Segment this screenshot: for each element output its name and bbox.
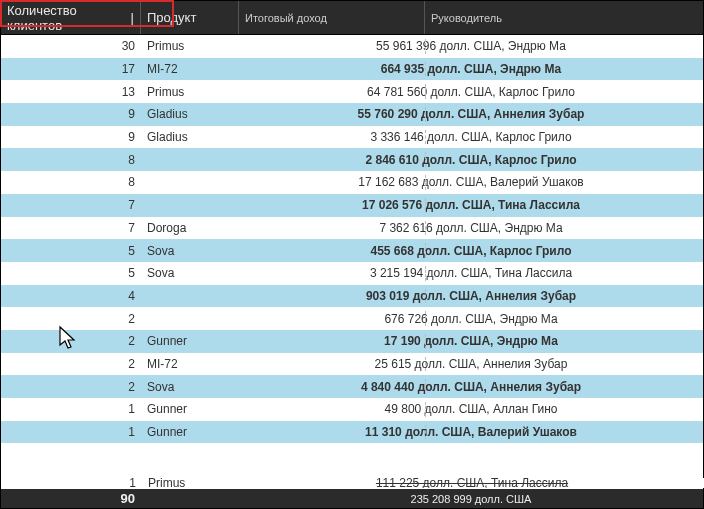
- cell-product: [141, 148, 239, 171]
- cell-product: MI-72: [141, 58, 239, 81]
- cell-product: MI-72: [141, 353, 239, 376]
- table-row[interactable]: 2MI-7225 615 долл. США, Аннелия Зубар: [1, 353, 703, 376]
- header-product-label: Продукт: [147, 10, 196, 25]
- header-clients[interactable]: Количество клиентов |: [1, 1, 141, 34]
- cell-product: Primus: [141, 35, 239, 58]
- cell-clients: 17: [1, 58, 141, 81]
- cell-combined: 17 162 683 долл. США, Валерий Ушаков: [239, 171, 703, 194]
- table-header: Количество клиентов | Продукт Итоговый д…: [1, 1, 703, 35]
- cell-combined: 664 935 долл. США, Эндрю Ма: [239, 58, 703, 81]
- cell-product: [141, 194, 239, 217]
- cell-product: Primus: [142, 478, 240, 488]
- cell-product: Primus: [141, 80, 239, 103]
- cell-product: Gunner: [141, 398, 239, 421]
- footer-total-income: 235 208 999 долл. США: [239, 489, 703, 508]
- cell-clients: 8: [1, 148, 141, 171]
- cell-combined: 17 190 долл. США, Эндрю Ма: [239, 330, 703, 353]
- cell-clients: 30: [1, 35, 141, 58]
- cell-clients: 9: [1, 126, 141, 149]
- table-row[interactable]: 7Doroga7 362 616 долл. США, Эндрю Ма: [1, 217, 703, 240]
- sort-indicator: |: [131, 10, 134, 25]
- table-row[interactable]: 9Gladius3 336 146 долл. США, Карлос Грил…: [1, 126, 703, 149]
- cell-clients: 1: [2, 478, 142, 488]
- table-row[interactable]: 2676 726 долл. США, Эндрю Ма: [1, 307, 703, 330]
- cell-product: Gladius: [141, 103, 239, 126]
- cell-product: Gladius: [141, 126, 239, 149]
- table-row[interactable]: 1Gunner49 800 долл. США, Аллан Гино: [1, 398, 703, 421]
- table-row[interactable]: 817 162 683 долл. США, Валерий Ушаков: [1, 171, 703, 194]
- cell-clients: 8: [1, 171, 141, 194]
- cell-clients: 7: [1, 217, 141, 240]
- cell-combined: 903 019 долл. США, Аннелия Зубар: [239, 285, 703, 308]
- table-frame: Количество клиентов | Продукт Итоговый д…: [1, 1, 703, 508]
- cell-product: Sova: [141, 239, 239, 262]
- table-row[interactable]: 1Gunner11 310 долл. США, Валерий Ушаков: [1, 421, 703, 444]
- table-row[interactable]: 9Gladius55 760 290 долл. США, Аннелия Зу…: [1, 103, 703, 126]
- cell-product: Gunner: [141, 421, 239, 444]
- cell-clients: 4: [1, 285, 141, 308]
- footer-spacer: [141, 489, 239, 508]
- cell-combined: 11 310 долл. США, Валерий Ушаков: [239, 421, 703, 444]
- cell-clients: 5: [1, 262, 141, 285]
- header-product[interactable]: Продукт: [141, 1, 239, 34]
- cell-product: [141, 307, 239, 330]
- cell-clients: 1: [1, 421, 141, 444]
- cell-product: Sova: [141, 375, 239, 398]
- cell-product: Doroga: [141, 217, 239, 240]
- cell-combined: 455 668 долл. США, Карлос Грило: [239, 239, 703, 262]
- header-income-label: Итоговый доход: [245, 12, 327, 24]
- cell-combined: 25 615 долл. США, Аннелия Зубар: [239, 353, 703, 376]
- header-manager[interactable]: Руководитель: [425, 1, 703, 34]
- cell-combined: 3 336 146 долл. США, Карлос Грило: [239, 126, 703, 149]
- table-row[interactable]: 2Gunner17 190 долл. США, Эндрю Ма: [1, 330, 703, 353]
- table-footer: 90 235 208 999 долл. США: [1, 489, 703, 508]
- cell-product: [141, 171, 239, 194]
- cell-combined: 64 781 560 долл. США, Карлос Грило: [239, 80, 703, 103]
- cell-clients: 5: [1, 239, 141, 262]
- cell-combined: 676 726 долл. США, Эндрю Ма: [239, 307, 703, 330]
- table-row[interactable]: 17MI-72664 935 долл. США, Эндрю Ма: [1, 58, 703, 81]
- table-row[interactable]: 5Sova455 668 долл. США, Карлос Грило: [1, 239, 703, 262]
- cell-clients: 2: [1, 375, 141, 398]
- table-row[interactable]: 30Primus55 961 396 долл. США, Эндрю Ма: [1, 35, 703, 58]
- cell-clients: 9: [1, 103, 141, 126]
- cell-product: [141, 285, 239, 308]
- table-row[interactable]: 4903 019 долл. США, Аннелия Зубар: [1, 285, 703, 308]
- header-income[interactable]: Итоговый доход: [239, 1, 425, 34]
- cell-product: Sova: [141, 262, 239, 285]
- header-clients-label: Количество клиентов: [7, 3, 129, 33]
- cell-clients: 2: [1, 330, 141, 353]
- cell-combined: 7 362 616 долл. США, Эндрю Ма: [239, 217, 703, 240]
- cell-clients: 2: [1, 307, 141, 330]
- table-body: 30Primus55 961 396 долл. США, Эндрю Ма17…: [1, 35, 703, 489]
- cell-clients: 7: [1, 194, 141, 217]
- cell-combined: 111 225 долл. США, Тина Лассила: [240, 478, 704, 488]
- table-row[interactable]: 82 846 610 долл. США, Карлос Грило: [1, 148, 703, 171]
- cell-clients: 13: [1, 80, 141, 103]
- cell-product: Gunner: [141, 330, 239, 353]
- cell-combined: 2 846 610 долл. США, Карлос Грило: [239, 148, 703, 171]
- cell-combined: 55 760 290 долл. США, Аннелия Зубар: [239, 103, 703, 126]
- cell-combined: 3 215 194 долл. США, Тина Лассила: [239, 262, 703, 285]
- cell-combined: 49 800 долл. США, Аллан Гино: [239, 398, 703, 421]
- cell-combined: 17 026 576 долл. США, Тина Лассила: [239, 194, 703, 217]
- cell-combined: 4 840 440 долл. США, Аннелия Зубар: [239, 375, 703, 398]
- table-row[interactable]: 717 026 576 долл. США, Тина Лассила: [1, 194, 703, 217]
- cell-combined: 55 961 396 долл. США, Эндрю Ма: [239, 35, 703, 58]
- header-manager-label: Руководитель: [431, 12, 502, 24]
- cell-clients: 1: [1, 398, 141, 421]
- table-row[interactable]: 2Sova4 840 440 долл. США, Аннелия Зубар: [1, 375, 703, 398]
- footer-total-clients: 90: [1, 489, 141, 508]
- table-row[interactable]: 13Primus64 781 560 долл. США, Карлос Гри…: [1, 80, 703, 103]
- partial-row: 1 Primus 111 225 долл. США, Тина Лассила: [2, 478, 704, 488]
- table-row[interactable]: 5Sova3 215 194 долл. США, Тина Лассила: [1, 262, 703, 285]
- cell-clients: 2: [1, 353, 141, 376]
